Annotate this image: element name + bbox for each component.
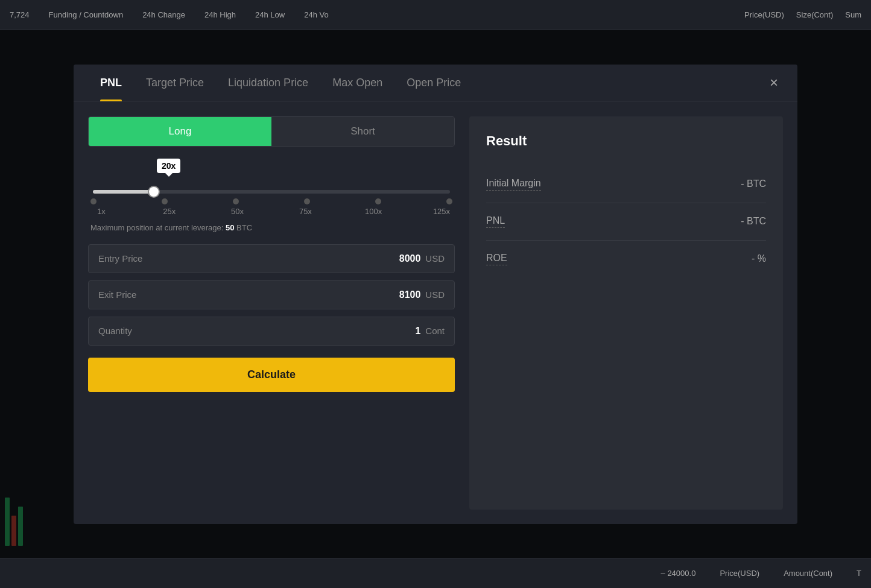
label-50x: 50x [227,207,249,216]
left-panel: Long Short 20x [88,116,455,510]
entry-price-value: 8000 USD [399,253,445,264]
leverage-bubble-wrapper: 20x [90,159,452,183]
quantity-value: 1 Cont [415,326,445,337]
slider-fill [93,190,154,194]
result-row-initial-margin: Initial Margin - BTC [486,166,766,203]
bottom-bar-amount-cont: Amount(Cont) [784,569,832,578]
top-bar-price-usd: Price(USD) [744,10,784,19]
close-button[interactable]: × [765,73,783,92]
top-bar-24h-low: 24h Low [255,10,285,19]
label-75x: 75x [294,207,316,216]
top-bar-24h-change: 24h Change [142,10,185,19]
tab-target-price[interactable]: Target Price [134,65,216,101]
exit-price-field[interactable]: Exit Price 8100 USD [88,280,455,309]
label-25x: 25x [159,207,180,216]
bottom-bar: – 24000.0 Price(USD) Amount(Cont) T [0,558,871,588]
slider-thumb[interactable] [148,186,160,198]
tab-pnl[interactable]: PNL [88,65,134,101]
top-bar: 7,724 Funding / Countdown 24h Change 24h… [0,0,871,30]
slider-dot-100 [375,198,381,204]
modal-overlay: PNL Target Price Liquidation Price Max O… [0,30,871,558]
max-position-unit: BTC [236,223,252,232]
initial-margin-value: - BTC [741,179,766,189]
short-button[interactable]: Short [271,117,454,146]
top-bar-funding: Funding / Countdown [49,10,124,19]
modal-body: Long Short 20x [74,102,797,524]
ticker-value: 7,724 [10,10,30,19]
label-125x: 125x [431,207,452,216]
leverage-bubble: 20x [157,159,180,173]
slider-dot-75 [304,198,310,204]
slider-dot-125 [446,198,452,204]
top-bar-right: Price(USD) Size(Cont) Sum [744,10,861,19]
max-position-text: Maximum position at current leverage: 50… [90,223,452,232]
slider-track [93,190,450,194]
slider-container: 1x 25x 50x 75x 100x 125x [90,190,452,216]
pnl-value: - BTC [741,216,766,227]
top-bar-size-cont: Size(Cont) [796,10,833,19]
initial-margin-label: Initial Margin [486,178,541,191]
top-bar-sum: Sum [845,10,861,19]
tab-liquidation-price[interactable]: Liquidation Price [216,65,320,101]
slider-dots [90,198,452,204]
roe-label: ROE [486,253,507,265]
max-position-value: 50 [226,223,234,232]
long-short-toggle: Long Short [88,116,455,147]
long-button[interactable]: Long [89,117,271,146]
result-row-pnl: PNL - BTC [486,203,766,241]
entry-price-num: 8000 [399,253,421,264]
slider-labels: 1x 25x 50x 75x 100x 125x [90,207,452,216]
result-row-roe: ROE - % [486,241,766,277]
label-1x: 1x [90,207,112,216]
quantity-field[interactable]: Quantity 1 Cont [88,317,455,346]
tab-max-open[interactable]: Max Open [320,65,394,101]
slider-dot-25 [162,198,168,204]
pnl-label: PNL [486,215,505,228]
bottom-bar-t: T [857,569,861,578]
entry-price-label: Entry Price [98,253,142,264]
result-panel: Result Initial Margin - BTC PNL - BTC RO… [469,116,783,510]
tab-open-price[interactable]: Open Price [394,65,473,101]
calculate-button[interactable]: Calculate [88,358,455,392]
quantity-label: Quantity [98,326,132,336]
quantity-num: 1 [415,326,420,337]
pnl-calculator-modal: PNL Target Price Liquidation Price Max O… [74,65,797,524]
exit-price-label: Exit Price [98,289,136,300]
exit-price-unit: USD [425,289,445,300]
modal-header: PNL Target Price Liquidation Price Max O… [74,65,797,102]
entry-price-field[interactable]: Entry Price 8000 USD [88,244,455,273]
exit-price-num: 8100 [399,289,421,300]
entry-price-unit: USD [425,253,445,264]
slider-dot-50 [233,198,239,204]
slider-dot-1 [90,198,97,204]
leverage-area: 20x [88,159,455,232]
bottom-bar-price-usd: Price(USD) [720,569,759,578]
quantity-unit: Cont [425,326,445,336]
label-100x: 100x [363,207,384,216]
top-bar-24h-vol: 24h Vo [304,10,329,19]
result-title: Result [486,133,766,149]
bottom-bar-price-change: – 24000.0 [661,569,696,578]
exit-price-value: 8100 USD [399,289,445,300]
top-bar-24h-high: 24h High [204,10,236,19]
roe-value: - % [752,253,766,264]
input-group: Entry Price 8000 USD Exit Price 8100 USD [88,244,455,346]
